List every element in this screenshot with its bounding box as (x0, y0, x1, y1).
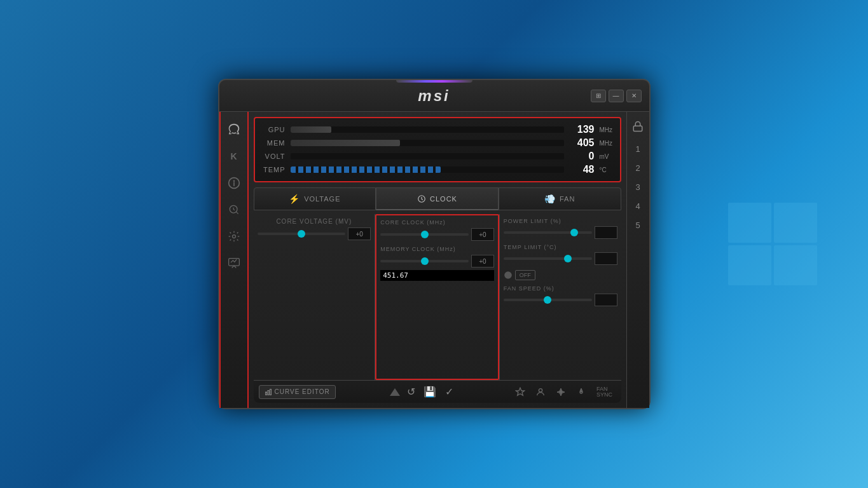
fan-profile-icon[interactable] (552, 383, 570, 401)
svg-point-10 (539, 388, 542, 391)
fan-controls: POWER LIMIT (%) TEMP LIMIT (°C) (504, 218, 617, 306)
main-layout: K GPU (219, 112, 649, 408)
fan-speed-slider[interactable] (504, 299, 592, 301)
fan-speed-label: FAN SPEED (%) (504, 285, 617, 292)
mem-bar (291, 140, 400, 146)
temp-limit-value-box (595, 252, 617, 265)
core-clock-value-box: +0 (471, 228, 494, 241)
volt-label: VOLT (261, 152, 286, 160)
tab-voltage[interactable]: ⚡ VOLTAGE (254, 187, 376, 210)
fan-speed-row: FAN SPEED (%) (504, 285, 617, 306)
profile-user-icon[interactable] (532, 383, 549, 401)
core-clock-slider-row: +0 (380, 228, 494, 241)
profile-5-button[interactable]: 5 (629, 216, 647, 234)
stat-row-volt: VOLT 0 mV (261, 151, 614, 162)
temp-limit-slider[interactable] (504, 257, 592, 260)
fan-speed-value-box (595, 294, 617, 306)
stat-row-temp: TEMP 48 °C (261, 164, 614, 175)
svg-rect-7 (265, 392, 266, 395)
voltage-slider[interactable] (258, 233, 346, 235)
lock-icon[interactable] (628, 117, 647, 136)
profile-4-button[interactable]: 4 (629, 197, 647, 215)
fan-section: POWER LIMIT (%) TEMP LIMIT (°C) (499, 214, 621, 380)
bottom-center-actions: ↺ 💾 ✓ (390, 384, 457, 400)
clock-display-value: 451.67 (380, 270, 494, 281)
memory-clock-slider-row: +0 (380, 255, 494, 268)
restore-button[interactable]: ⊞ (591, 90, 606, 102)
curve-editor-label: CURVE EDITOR (275, 388, 330, 395)
sidebar-item-kombustor[interactable]: K (223, 145, 245, 168)
fan-sync-icon[interactable]: FANSYNC (593, 383, 616, 401)
temp-bar-container (291, 166, 564, 173)
save-button[interactable]: 💾 (422, 384, 438, 400)
curve-editor-button[interactable]: CURVE EDITOR (259, 385, 336, 399)
profile-3-button[interactable]: 3 (629, 178, 647, 196)
left-sidebar: K (219, 112, 249, 408)
core-clock-label: CORE CLOCK (MHz) (380, 219, 494, 226)
volt-value: 0 (569, 151, 595, 162)
bar-chart-icon (265, 388, 272, 396)
bottom-right-icons: FANSYNC (511, 383, 616, 401)
minimize-button[interactable]: — (609, 90, 624, 102)
mem-unit: MHz (600, 140, 614, 147)
temp-unit: °C (600, 166, 614, 173)
core-clock-slider[interactable] (380, 233, 469, 236)
app-logo: msi (418, 87, 450, 105)
sidebar-item-oc-scanner[interactable] (223, 198, 245, 221)
voltage-section: CORE VOLTAGE (MV) +0 (254, 214, 376, 380)
tabs-row: ⚡ VOLTAGE CLOCK 💨 FAN (254, 187, 621, 210)
sidebar-item-info[interactable] (223, 172, 245, 194)
mem-value: 405 (569, 137, 595, 149)
fan-toggle-button[interactable]: OFF (515, 270, 535, 280)
gpu-value: 139 (569, 124, 595, 135)
memory-clock-slider[interactable] (380, 260, 469, 262)
title-bar: msi ⊞ — ✕ (219, 80, 649, 112)
fan2-profile-icon[interactable] (572, 383, 590, 401)
gpu-bar (291, 126, 332, 133)
clock-section: CORE CLOCK (MHz) +0 MEMORY CLOCK (MHz) +… (375, 214, 499, 380)
apply-button[interactable]: ✓ (441, 384, 457, 400)
profile-a-icon[interactable] (511, 383, 529, 401)
temp-bar (291, 166, 441, 173)
memory-clock-label: MEMORY CLOCK (MHz) (380, 246, 494, 252)
window-controls: ⊞ — ✕ (591, 90, 642, 102)
mem-label: MEM (261, 139, 286, 147)
title-accent (396, 80, 472, 83)
triangle-up-button[interactable] (390, 388, 400, 396)
mem-bar-container (291, 140, 564, 146)
voltage-slider-row: +0 (258, 227, 371, 240)
stats-panel: GPU 139 MHz MEM 405 MHz VOLT (254, 117, 621, 182)
voltage-slider-group: +0 (258, 227, 371, 240)
voltage-value-box: +0 (348, 227, 371, 240)
profile-2-button[interactable]: 2 (629, 159, 647, 177)
tab-fan[interactable]: 💨 FAN (499, 187, 621, 210)
power-limit-row: POWER LIMIT (%) (504, 218, 617, 239)
sidebar-item-settings[interactable] (223, 225, 245, 248)
right-panel: 1 2 3 4 5 (626, 112, 649, 408)
power-limit-label: POWER LIMIT (%) (504, 218, 617, 224)
close-button[interactable]: ✕ (626, 90, 642, 102)
temp-limit-slider-row (504, 252, 617, 265)
voltage-tab-label: VOLTAGE (304, 195, 340, 203)
sidebar-item-dragon[interactable] (223, 118, 245, 141)
svg-rect-13 (633, 126, 642, 131)
reset-button[interactable]: ↺ (403, 384, 419, 400)
svg-point-4 (232, 235, 235, 238)
clock-tab-icon (417, 194, 426, 203)
memory-clock-value-box: +0 (471, 255, 494, 268)
power-limit-slider-row (504, 226, 617, 239)
gpu-bar-container (291, 126, 564, 133)
voltage-tab-icon: ⚡ (289, 194, 300, 204)
svg-rect-8 (268, 390, 269, 395)
tab-clock[interactable]: CLOCK (376, 187, 499, 210)
power-limit-value-box (595, 226, 617, 239)
gpu-label: GPU (261, 126, 286, 133)
sidebar-item-monitor[interactable] (223, 252, 245, 274)
fan-tab-icon: 💨 (544, 194, 556, 204)
profile-1-button[interactable]: 1 (629, 140, 647, 158)
fan-tab-label: FAN (560, 195, 575, 203)
power-limit-slider[interactable] (504, 231, 592, 234)
temp-label: TEMP (261, 166, 286, 173)
volt-unit: mV (600, 153, 614, 160)
voltage-section-label: CORE VOLTAGE (MV) (258, 218, 371, 225)
